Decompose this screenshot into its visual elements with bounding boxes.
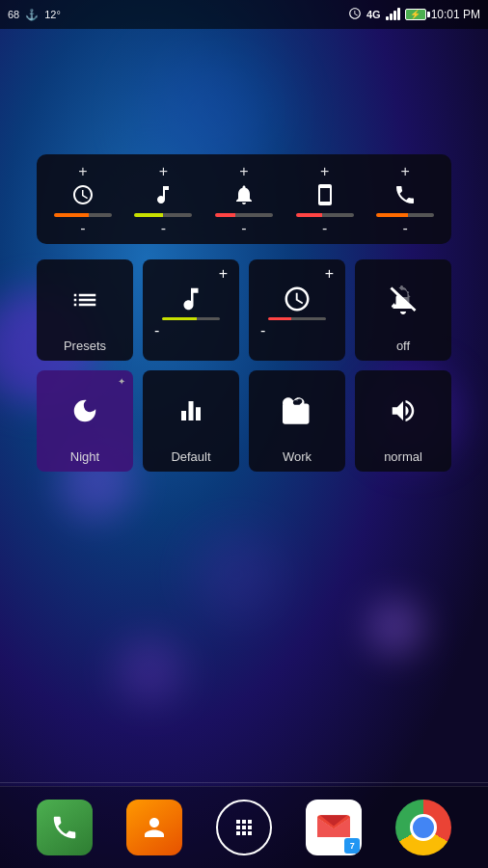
- media-plus-button[interactable]: +: [159, 164, 168, 179]
- mixer-channel-notification[interactable]: + -: [209, 164, 279, 236]
- moon-icon: [70, 396, 99, 425]
- mixer-channel-media[interactable]: + -: [128, 164, 198, 236]
- work-label: Work: [283, 449, 312, 464]
- off-tile-inner: [359, 265, 447, 335]
- person-icon: [140, 813, 169, 842]
- mixer-channel-ringer[interactable]: + -: [370, 164, 440, 236]
- apps-icon: [232, 816, 256, 839]
- volume-up-icon: [389, 396, 418, 425]
- presets-tile[interactable]: Presets: [37, 259, 133, 361]
- bell-off-icon: [386, 283, 420, 317]
- gmail-badge: 7: [344, 838, 360, 854]
- work-icon: [283, 396, 312, 425]
- ringer-minus-button[interactable]: -: [403, 221, 408, 236]
- work-tile-inner: [253, 376, 341, 446]
- ringer-plus-button[interactable]: +: [401, 164, 410, 179]
- temperature: 12°: [44, 9, 61, 20]
- alarm-minus-button[interactable]: -: [80, 221, 85, 236]
- time-display: 10:01 PM: [431, 8, 480, 21]
- night-label: Night: [70, 449, 99, 464]
- chrome-icon: [395, 800, 451, 855]
- notification-slider[interactable]: [215, 213, 273, 217]
- media-tile-minus[interactable]: -: [154, 322, 159, 339]
- battery-icon: ⚡: [405, 9, 426, 20]
- phone-call-icon: [393, 183, 417, 209]
- presets-tile-inner: [41, 265, 129, 335]
- chrome-dock-icon[interactable]: [395, 800, 451, 855]
- default-tile-inner: [147, 376, 235, 446]
- battery-percent: 68: [8, 9, 19, 20]
- alarm-tile-slider[interactable]: [268, 317, 326, 320]
- mixer-channel-phone[interactable]: + -: [290, 164, 360, 236]
- ringer-slider[interactable]: [376, 213, 434, 217]
- default-tile[interactable]: Default: [143, 370, 239, 472]
- equalizer-icon: [176, 396, 205, 425]
- bokeh-decoration: [366, 598, 424, 656]
- alarm-icon: [71, 183, 95, 209]
- signal-icon: [386, 9, 400, 20]
- chrome-inner-circle: [410, 814, 437, 841]
- off-tile[interactable]: off: [355, 259, 451, 361]
- alarm-clock-icon: [283, 285, 312, 313]
- mixer-panel: + - + - + - +: [37, 154, 451, 244]
- media-minus-button[interactable]: -: [161, 221, 166, 236]
- phone-minus-button[interactable]: -: [322, 221, 327, 236]
- notification-minus-button[interactable]: -: [241, 221, 246, 236]
- alarm-status-icon: [348, 7, 362, 22]
- tile-grid: Presets + - + -: [37, 259, 451, 472]
- alarm-slider[interactable]: [54, 213, 112, 217]
- gmail-dock-icon[interactable]: 7: [306, 800, 362, 855]
- bell-icon: [232, 183, 256, 209]
- usb-icon: ⚓: [25, 9, 39, 21]
- status-bar: 68 ⚓ 12° 4G ⚡ 10:01 PM: [0, 0, 488, 29]
- charging-icon: ⚡: [410, 10, 420, 19]
- media-control: + -: [147, 265, 235, 339]
- bokeh-decoration: [116, 637, 183, 704]
- normal-tile-inner: [359, 376, 447, 446]
- music-note-icon: [151, 183, 175, 209]
- phone-volume-icon: [313, 183, 337, 209]
- dock-divider: [0, 782, 488, 783]
- media-tile[interactable]: + -: [143, 259, 239, 361]
- night-tile[interactable]: ✦ Night: [37, 370, 133, 472]
- presets-label: Presets: [64, 339, 106, 353]
- status-right: 4G ⚡ 10:01 PM: [348, 7, 480, 22]
- mixer-channel-alarm[interactable]: + -: [48, 164, 118, 236]
- app-drawer-icon[interactable]: [216, 800, 272, 855]
- network-type: 4G: [366, 9, 381, 20]
- contacts-dock-icon[interactable]: [126, 800, 182, 855]
- off-icon-container: [386, 283, 420, 317]
- alarm-control: + -: [253, 265, 341, 339]
- work-tile[interactable]: Work: [249, 370, 345, 472]
- list-icon: [70, 285, 99, 314]
- gmail-icon: [317, 815, 350, 840]
- off-label: off: [396, 339, 410, 353]
- media-tile-plus[interactable]: +: [219, 265, 228, 283]
- alarm-tile-plus[interactable]: +: [325, 265, 334, 283]
- music-icon: [176, 285, 205, 313]
- alarm-plus-button[interactable]: +: [78, 164, 87, 179]
- dock: 7: [0, 786, 488, 868]
- notification-plus-button[interactable]: +: [239, 164, 248, 179]
- normal-tile[interactable]: normal: [355, 370, 451, 472]
- phone-slider[interactable]: [296, 213, 354, 217]
- media-tile-slider[interactable]: [162, 317, 220, 320]
- phone-icon: [50, 813, 79, 842]
- default-label: Default: [171, 449, 210, 464]
- bokeh-decoration: [193, 530, 280, 617]
- normal-label: normal: [384, 449, 422, 464]
- status-left: 68 ⚓ 12°: [8, 9, 61, 21]
- night-tile-inner: ✦: [41, 376, 129, 446]
- phone-plus-button[interactable]: +: [320, 164, 329, 179]
- phone-dock-icon[interactable]: [37, 800, 93, 855]
- alarm-tile[interactable]: + -: [249, 259, 345, 361]
- media-slider[interactable]: [134, 213, 192, 217]
- widget-area: + - + - + - +: [37, 154, 451, 472]
- alarm-tile-minus[interactable]: -: [260, 322, 265, 339]
